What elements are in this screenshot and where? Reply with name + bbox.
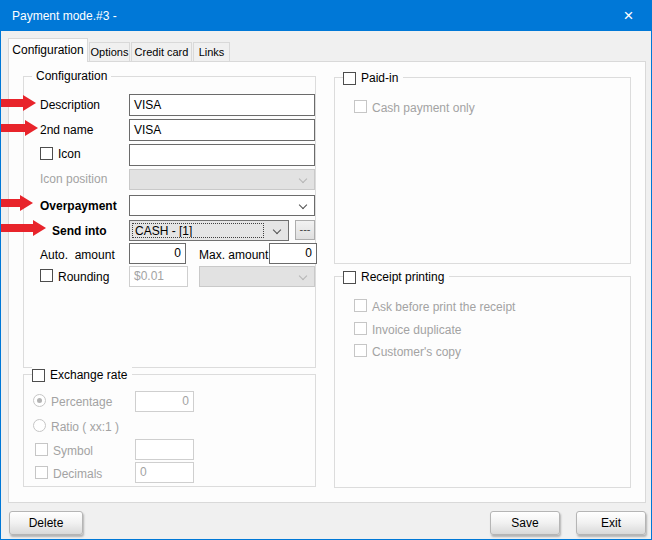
auto-amount-field[interactable]: 0 bbox=[129, 243, 186, 264]
symbol-checkbox[interactable] bbox=[35, 443, 48, 456]
close-button[interactable]: × bbox=[606, 1, 651, 31]
customers-copy-checkbox[interactable] bbox=[354, 344, 367, 357]
window-title: Payment mode.#3 - bbox=[12, 9, 117, 23]
close-icon: × bbox=[624, 6, 634, 26]
cash-payment-only-label: Cash payment only bbox=[372, 101, 475, 115]
overpayment-label: Overpayment bbox=[40, 199, 117, 213]
ratio-radio[interactable] bbox=[33, 419, 46, 432]
rounding-label: Rounding bbox=[58, 270, 109, 284]
icon-position-label: Icon position bbox=[40, 172, 107, 186]
max-amount-label: Max. amount bbox=[199, 248, 268, 262]
decimals-checkbox[interactable] bbox=[35, 466, 48, 479]
exchange-rate-group: Exchange rate Percentage 0 Ratio ( xx:1 … bbox=[23, 374, 316, 487]
rounding-amount-field[interactable]: $0.01 bbox=[129, 266, 188, 287]
symbol-field[interactable] bbox=[135, 439, 194, 460]
title-bar: Payment mode.#3 - × bbox=[1, 1, 651, 31]
chevron-down-icon bbox=[299, 175, 307, 183]
exit-button[interactable]: Exit bbox=[576, 511, 646, 535]
decimals-field[interactable]: 0 bbox=[135, 462, 194, 483]
rounding-direction-select[interactable]: Up bbox=[199, 266, 315, 287]
paid-in-checkbox[interactable] bbox=[343, 72, 356, 85]
invoice-duplicate-label: Invoice duplicate bbox=[372, 323, 461, 337]
description-label: Description bbox=[40, 98, 100, 112]
symbol-label: Symbol bbox=[53, 444, 93, 458]
receipt-printing-group: Receipt printing Ask before print the re… bbox=[334, 276, 631, 488]
save-button[interactable]: Save bbox=[490, 511, 560, 535]
red-arrow-send-into-icon bbox=[1, 220, 46, 236]
percentage-label: Percentage bbox=[51, 395, 112, 409]
tab-credit-card[interactable]: Credit card bbox=[131, 42, 192, 61]
second-name-label: 2nd name bbox=[40, 123, 93, 137]
paid-in-group: Paid-in Cash payment only bbox=[334, 77, 631, 264]
configuration-group: Configuration Description VISA 2nd name … bbox=[23, 76, 316, 368]
red-arrow-description-icon bbox=[1, 95, 36, 111]
second-name-field[interactable]: VISA bbox=[129, 119, 315, 141]
icon-checkbox[interactable] bbox=[40, 147, 53, 160]
rounding-checkbox[interactable] bbox=[40, 269, 53, 282]
paid-in-label: Paid-in bbox=[361, 71, 398, 85]
exchange-rate-header: Exchange rate bbox=[32, 367, 132, 383]
invoice-duplicate-checkbox[interactable] bbox=[354, 322, 367, 335]
red-arrow-overpayment-icon bbox=[1, 195, 33, 211]
tab-configuration[interactable]: Configuration bbox=[8, 38, 88, 62]
receipt-printing-header: Receipt printing bbox=[343, 269, 449, 285]
send-into-label: Send into bbox=[52, 224, 107, 238]
icon-position-select[interactable]: Left bbox=[129, 169, 315, 190]
customers-copy-label: Customer's copy bbox=[372, 345, 461, 359]
payment-mode-dialog: Payment mode.#3 - × Configuration Option… bbox=[0, 0, 652, 540]
receipt-printing-label: Receipt printing bbox=[361, 270, 444, 284]
exchange-rate-label: Exchange rate bbox=[50, 368, 127, 382]
icon-field[interactable] bbox=[129, 144, 315, 166]
cash-payment-only-checkbox[interactable] bbox=[354, 100, 367, 113]
chevron-down-icon bbox=[299, 272, 307, 280]
ask-before-print-label: Ask before print the receipt bbox=[372, 300, 515, 314]
send-into-select[interactable]: CASH - [1] bbox=[129, 220, 289, 241]
paid-in-header: Paid-in bbox=[343, 70, 403, 86]
send-into-browse-button[interactable]: --- bbox=[295, 220, 315, 240]
auto-amount-label: Auto. amount bbox=[40, 248, 115, 262]
configuration-group-title: Configuration bbox=[32, 69, 111, 83]
exchange-rate-checkbox[interactable] bbox=[32, 369, 45, 382]
max-amount-field[interactable]: 0 bbox=[269, 243, 317, 264]
description-field[interactable]: VISA bbox=[129, 94, 315, 116]
overpayment-select[interactable]: Tip bbox=[129, 195, 315, 216]
percentage-field[interactable]: 0 bbox=[135, 391, 194, 412]
percentage-radio[interactable] bbox=[33, 394, 46, 407]
delete-button[interactable]: Delete bbox=[9, 511, 83, 535]
chevron-down-icon bbox=[273, 226, 281, 234]
decimals-label: Decimals bbox=[53, 467, 102, 481]
receipt-printing-checkbox[interactable] bbox=[343, 271, 356, 284]
ratio-label: Ratio ( xx:1 ) bbox=[51, 420, 119, 434]
icon-label: Icon bbox=[58, 147, 81, 161]
tab-options[interactable]: Options bbox=[89, 42, 130, 61]
red-arrow-second-name-icon bbox=[1, 120, 38, 136]
ask-before-print-checkbox[interactable] bbox=[354, 299, 367, 312]
tab-links[interactable]: Links bbox=[193, 42, 230, 61]
chevron-down-icon bbox=[299, 201, 307, 209]
